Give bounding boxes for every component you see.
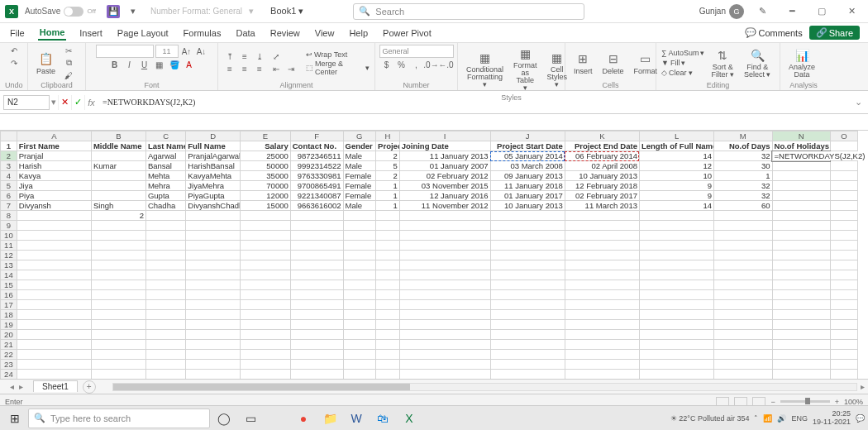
- align-top[interactable]: ⤒: [223, 51, 236, 63]
- cell-C16[interactable]: [145, 290, 185, 300]
- cell-O13[interactable]: [830, 260, 857, 270]
- cell-O1[interactable]: [830, 141, 857, 151]
- col-header-H[interactable]: H: [376, 131, 400, 141]
- cell-L5[interactable]: 9: [639, 181, 713, 191]
- format-painter-button[interactable]: 🖌: [62, 69, 75, 81]
- font-family-select[interactable]: [96, 45, 154, 58]
- row-header-11[interactable]: 11: [1, 241, 17, 251]
- col-header-O[interactable]: O: [830, 131, 857, 141]
- cell-J2[interactable]: 05 January 2014: [490, 151, 565, 161]
- cell-G10[interactable]: [343, 231, 376, 241]
- cell-G23[interactable]: [343, 360, 376, 370]
- row-header-7[interactable]: 7: [1, 201, 17, 211]
- cell-O15[interactable]: [830, 280, 857, 290]
- row-header-23[interactable]: 23: [1, 360, 17, 370]
- cell-D13[interactable]: [186, 260, 241, 270]
- autosum-button[interactable]: ∑ AutoSum ▾: [661, 49, 704, 57]
- cell-F14[interactable]: [290, 270, 343, 280]
- cell-H9[interactable]: [376, 221, 400, 231]
- cell-A22[interactable]: [17, 350, 91, 360]
- cell-N12[interactable]: [772, 251, 830, 260]
- cell-H7[interactable]: 1: [376, 201, 400, 211]
- cell-K13[interactable]: [565, 260, 639, 270]
- cell-I2[interactable]: 11 January 2013: [399, 151, 490, 161]
- cell-A24[interactable]: [17, 370, 91, 380]
- cell-L18[interactable]: [639, 310, 713, 320]
- cell-C7[interactable]: Chadha: [145, 201, 185, 211]
- cell-E23[interactable]: [241, 360, 290, 370]
- cell-J3[interactable]: 03 March 2008: [490, 161, 565, 171]
- col-header-B[interactable]: B: [91, 131, 145, 141]
- cell-M22[interactable]: [714, 350, 772, 360]
- cell-G16[interactable]: [343, 290, 376, 300]
- cell-D1[interactable]: Full Name: [186, 141, 241, 151]
- cell-B9[interactable]: [91, 221, 145, 231]
- cell-F7[interactable]: 9663616002: [290, 201, 343, 211]
- cell-K1[interactable]: Project End Date: [565, 141, 639, 151]
- cell-B1[interactable]: Middle Name: [91, 141, 145, 151]
- spreadsheet-grid[interactable]: ABCDEFGHIJKLMNO1First NameMiddle NameLas…: [0, 131, 868, 379]
- cell-I15[interactable]: [399, 280, 490, 290]
- analyze-data-button[interactable]: 📊AnalyzeData: [785, 46, 818, 80]
- cell-N3[interactable]: [772, 161, 830, 171]
- cell-K20[interactable]: [565, 330, 639, 340]
- cell-G14[interactable]: [343, 270, 376, 280]
- cell-L21[interactable]: [639, 340, 713, 350]
- cell-L3[interactable]: 12: [639, 161, 713, 171]
- sheet-tab-sheet1[interactable]: Sheet1: [33, 380, 78, 392]
- cell-L12[interactable]: [639, 251, 713, 260]
- search-box[interactable]: 🔍 Search: [353, 3, 584, 20]
- row-header-12[interactable]: 12: [1, 251, 17, 260]
- cell-F20[interactable]: [290, 330, 343, 340]
- cell-B18[interactable]: [91, 310, 145, 320]
- cell-C9[interactable]: [145, 221, 185, 231]
- cell-C3[interactable]: Bansal: [145, 161, 185, 171]
- cell-I19[interactable]: [399, 320, 490, 330]
- cell-N23[interactable]: [772, 360, 830, 370]
- cell-J14[interactable]: [490, 270, 565, 280]
- cell-N24[interactable]: [772, 370, 830, 380]
- cell-H23[interactable]: [376, 360, 400, 370]
- align-left[interactable]: ≡: [223, 64, 236, 75]
- cell-K22[interactable]: [565, 350, 639, 360]
- cell-G18[interactable]: [343, 310, 376, 320]
- cell-J10[interactable]: [490, 231, 565, 241]
- cell-I23[interactable]: [399, 360, 490, 370]
- cell-F13[interactable]: [290, 260, 343, 270]
- network-icon[interactable]: 📶: [763, 414, 772, 423]
- cell-L8[interactable]: [639, 211, 713, 221]
- cell-G1[interactable]: Gender: [343, 141, 376, 151]
- cell-A2[interactable]: Pranjal: [17, 151, 91, 161]
- cell-H21[interactable]: [376, 340, 400, 350]
- underline-button[interactable]: U: [138, 59, 151, 70]
- cell-E2[interactable]: 25000: [241, 151, 290, 161]
- cell-H10[interactable]: [376, 231, 400, 241]
- row-header-21[interactable]: 21: [1, 340, 17, 350]
- cell-E17[interactable]: [241, 300, 290, 310]
- cell-D10[interactable]: [186, 231, 241, 241]
- cell-D15[interactable]: [186, 280, 241, 290]
- cell-I6[interactable]: 12 January 2016: [399, 191, 490, 201]
- cell-E15[interactable]: [241, 280, 290, 290]
- cell-H8[interactable]: [376, 211, 400, 221]
- cell-B13[interactable]: [91, 260, 145, 270]
- col-header-A[interactable]: A: [17, 131, 91, 141]
- cell-N5[interactable]: [772, 181, 830, 191]
- cell-B20[interactable]: [91, 330, 145, 340]
- conditional-formatting-button[interactable]: ▦ConditionalFormatting ▾: [463, 49, 507, 90]
- delete-cells-button[interactable]: ⊟Delete: [599, 50, 627, 77]
- cell-A23[interactable]: [17, 360, 91, 370]
- cell-K8[interactable]: [565, 211, 639, 221]
- cell-G11[interactable]: [343, 241, 376, 251]
- row-header-24[interactable]: 24: [1, 370, 17, 380]
- cell-D14[interactable]: [186, 270, 241, 280]
- cell-I7[interactable]: 11 November 2012: [399, 201, 490, 211]
- cell-B11[interactable]: [91, 241, 145, 251]
- cell-O5[interactable]: [830, 181, 857, 191]
- cell-G12[interactable]: [343, 251, 376, 260]
- cell-B14[interactable]: [91, 270, 145, 280]
- clear-button[interactable]: ◇ Clear ▾: [661, 69, 704, 77]
- fx-button[interactable]: fx: [84, 95, 98, 110]
- cell-K6[interactable]: 02 February 2017: [565, 191, 639, 201]
- format-as-table-button[interactable]: ▦Format asTable ▾: [510, 45, 541, 93]
